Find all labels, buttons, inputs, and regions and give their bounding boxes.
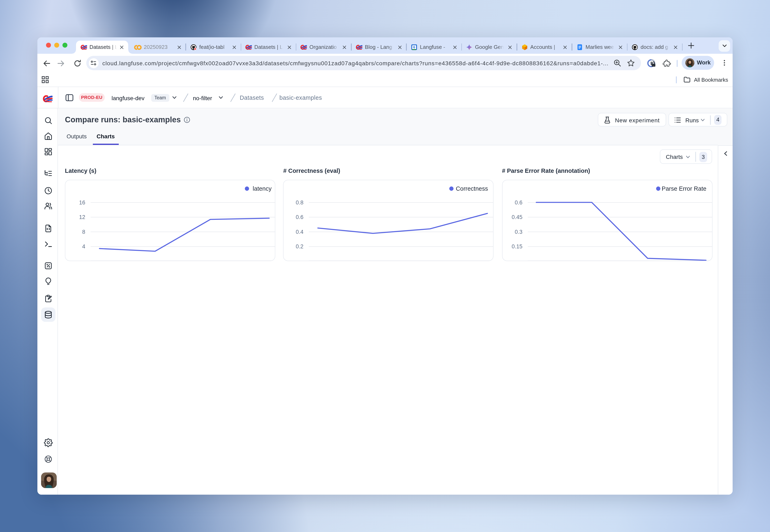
svg-text:Parse Error Rate: Parse Error Rate bbox=[662, 186, 706, 192]
svg-text:12: 12 bbox=[79, 214, 85, 220]
svg-text:0.4: 0.4 bbox=[296, 229, 304, 235]
svg-text:16: 16 bbox=[79, 200, 85, 206]
svg-text:4: 4 bbox=[82, 244, 85, 250]
svg-text:0.2: 0.2 bbox=[296, 244, 304, 250]
svg-text:0.45: 0.45 bbox=[511, 214, 522, 220]
svg-text:0.6: 0.6 bbox=[296, 214, 304, 220]
svg-text:Correctness: Correctness bbox=[456, 186, 488, 192]
svg-text:8: 8 bbox=[82, 229, 85, 235]
svg-text:latency: latency bbox=[253, 186, 272, 192]
svg-text:6: 6 bbox=[413, 45, 415, 49]
svg-text:0.8: 0.8 bbox=[296, 200, 304, 206]
svg-text:0.6: 0.6 bbox=[515, 200, 522, 206]
svg-text:0.15: 0.15 bbox=[511, 244, 522, 250]
svg-text:0.3: 0.3 bbox=[515, 229, 522, 235]
